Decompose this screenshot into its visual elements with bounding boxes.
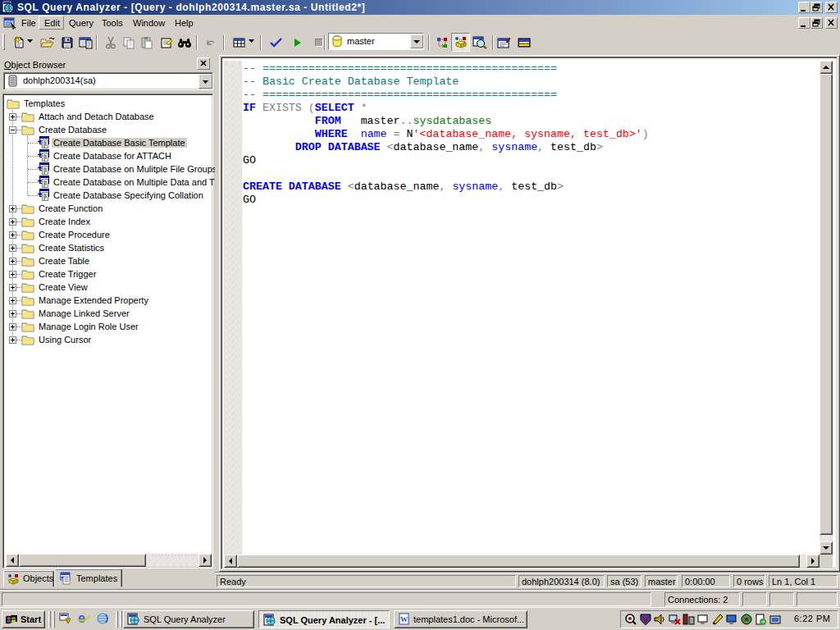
svg-text:e: e	[78, 612, 85, 625]
svg-text:W: W	[400, 615, 408, 623]
